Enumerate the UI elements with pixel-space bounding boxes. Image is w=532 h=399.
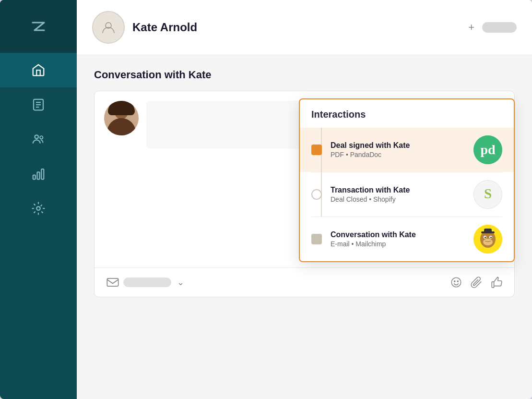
attachment-icon bbox=[470, 276, 483, 289]
svg-point-12 bbox=[451, 278, 461, 287]
user-avatar bbox=[92, 11, 125, 44]
sidebar-item-reports[interactable] bbox=[0, 157, 77, 191]
email-dropdown-pill bbox=[123, 278, 171, 287]
transaction-dot bbox=[311, 189, 322, 200]
conversation-subtitle: E-mail • Mailchimp bbox=[331, 240, 465, 248]
interactions-title: Interactions bbox=[300, 99, 514, 128]
conversation-dot bbox=[311, 234, 322, 244]
user-avatar-icon bbox=[100, 19, 117, 36]
header-user-name: Kate Arnold bbox=[132, 21, 459, 34]
svg-rect-11 bbox=[107, 278, 118, 286]
attachment-button[interactable] bbox=[470, 276, 483, 289]
header-pill bbox=[482, 22, 517, 33]
svg-rect-7 bbox=[37, 172, 40, 179]
sidebar-item-home[interactable] bbox=[0, 53, 77, 87]
add-button[interactable]: + bbox=[466, 19, 476, 36]
screen: Kate Arnold + Conversation with Kate bbox=[0, 0, 532, 399]
emoji-button[interactable] bbox=[450, 276, 462, 289]
shopify-logo-icon: S bbox=[474, 180, 502, 209]
chat-toolbar: ⌄ bbox=[95, 267, 514, 297]
interaction-item-transaction[interactable]: Transaction with Kate Deal Closed • Shop… bbox=[300, 172, 514, 217]
content-area: Conversation with Kate bbox=[77, 55, 532, 399]
home-icon bbox=[31, 63, 46, 77]
deal-dot bbox=[311, 145, 322, 155]
interaction-item-conversation[interactable]: Conversation with Kate E-mail • Mailchim… bbox=[300, 217, 514, 261]
teal-collar bbox=[111, 126, 132, 135]
contacts-icon bbox=[31, 132, 46, 146]
header: Kate Arnold + bbox=[77, 0, 532, 55]
email-envelope-icon bbox=[106, 276, 119, 289]
svg-point-14 bbox=[457, 281, 458, 282]
chat-user-avatar bbox=[104, 101, 139, 135]
sidebar-navigation bbox=[0, 53, 77, 226]
svg-text:S: S bbox=[484, 186, 492, 201]
emoji-icon bbox=[450, 276, 462, 289]
thumbsup-icon bbox=[490, 276, 503, 289]
shopify-logo: S bbox=[473, 180, 502, 209]
sidebar-logo bbox=[0, 0, 77, 53]
settings-icon bbox=[31, 201, 46, 216]
svg-text:pd: pd bbox=[480, 142, 496, 157]
email-icon bbox=[106, 276, 119, 289]
chevron-down-icon[interactable]: ⌄ bbox=[177, 277, 184, 288]
header-actions: + bbox=[466, 19, 517, 36]
toolbar-email-section: ⌄ bbox=[106, 276, 184, 289]
svg-point-9 bbox=[36, 206, 40, 210]
pandadoc-logo: pd bbox=[473, 135, 502, 164]
thumbsup-button[interactable] bbox=[490, 276, 503, 289]
sidebar bbox=[0, 0, 77, 399]
main-content: Kate Arnold + Conversation with Kate bbox=[77, 0, 532, 399]
deal-title: Deal signed with Kate bbox=[331, 141, 465, 150]
conversation-text: Conversation with Kate E-mail • Mailchim… bbox=[331, 230, 465, 248]
reports-icon bbox=[31, 167, 46, 181]
hair-top bbox=[108, 101, 135, 115]
svg-point-4 bbox=[35, 135, 39, 139]
zendesk-logo-icon bbox=[27, 15, 50, 38]
sidebar-item-settings[interactable] bbox=[0, 191, 77, 226]
sidebar-item-contacts[interactable] bbox=[0, 122, 77, 157]
pandadoc-logo-icon: pd bbox=[473, 135, 502, 164]
transaction-text: Transaction with Kate Deal Closed • Shop… bbox=[331, 186, 465, 203]
svg-rect-6 bbox=[33, 175, 35, 180]
sidebar-item-documents[interactable] bbox=[0, 87, 77, 122]
interaction-item-deal[interactable]: Deal signed with Kate PDF • PandaDoc pd bbox=[300, 128, 514, 172]
conversation-title: Conversation with Kate bbox=[331, 230, 465, 239]
svg-rect-8 bbox=[41, 169, 44, 179]
mailchimp-logo-icon bbox=[473, 225, 502, 254]
documents-icon bbox=[31, 97, 46, 112]
mailchimp-logo bbox=[473, 225, 502, 254]
svg-point-13 bbox=[454, 281, 455, 282]
interactions-panel: Interactions Deal signed with Kate PDF •… bbox=[299, 98, 515, 262]
transaction-subtitle: Deal Closed • Shopify bbox=[331, 195, 465, 203]
svg-point-24 bbox=[485, 237, 486, 238]
svg-point-25 bbox=[490, 237, 492, 238]
deal-subtitle: PDF • PandaDoc bbox=[331, 151, 465, 158]
deal-text: Deal signed with Kate PDF • PandaDoc bbox=[331, 141, 465, 158]
transaction-title: Transaction with Kate bbox=[331, 186, 465, 194]
svg-rect-27 bbox=[484, 229, 492, 233]
svg-point-5 bbox=[40, 136, 43, 139]
section-title: Conversation with Kate bbox=[94, 69, 515, 81]
